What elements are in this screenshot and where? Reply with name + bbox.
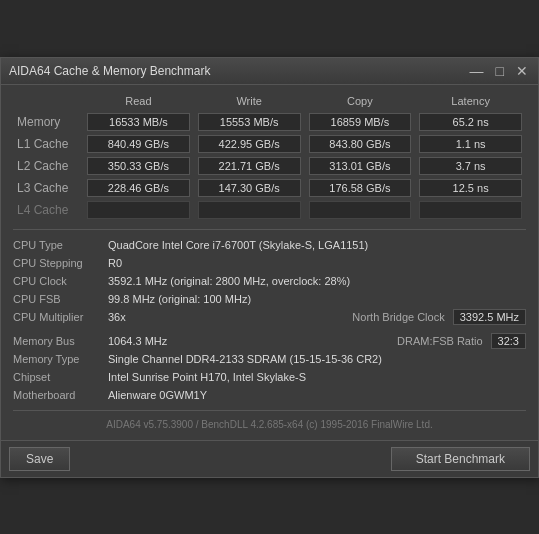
north-bridge-clock-label: North Bridge Clock — [352, 311, 444, 323]
row-label-l2: L2 Cache — [13, 155, 83, 177]
l3-read: 228.46 GB/s — [87, 179, 190, 197]
divider — [13, 229, 526, 230]
l1-latency: 1.1 ns — [419, 135, 522, 153]
l4-write — [198, 201, 301, 219]
l2-latency: 3.7 ns — [419, 157, 522, 175]
table-row: Memory 16533 MB/s 15553 MB/s 16859 MB/s … — [13, 111, 526, 133]
minimize-button[interactable]: — — [468, 64, 486, 78]
row-label-memory: Memory — [13, 111, 83, 133]
cpu-multiplier-value: 36x — [108, 311, 352, 323]
content-area: Read Write Copy Latency Memory 16533 MB/… — [1, 85, 538, 440]
l2-read: 350.33 GB/s — [87, 157, 190, 175]
table-row: L3 Cache 228.46 GB/s 147.30 GB/s 176.58 … — [13, 177, 526, 199]
close-button[interactable]: ✕ — [514, 64, 530, 78]
cpu-type-label: CPU Type — [13, 239, 108, 251]
benchmark-table: Read Write Copy Latency Memory 16533 MB/… — [13, 93, 526, 221]
l1-copy: 843.80 GB/s — [309, 135, 412, 153]
l3-write: 147.30 GB/s — [198, 179, 301, 197]
row-label-l1: L1 Cache — [13, 133, 83, 155]
cpu-clock-label: CPU Clock — [13, 275, 108, 287]
memory-type-label: Memory Type — [13, 353, 108, 365]
l4-copy — [309, 201, 412, 219]
save-button[interactable]: Save — [9, 447, 70, 471]
info-row-cpu-clock: CPU Clock 3592.1 MHz (original: 2800 MHz… — [13, 272, 526, 290]
l3-copy: 176.58 GB/s — [309, 179, 412, 197]
col-header-latency: Latency — [415, 93, 526, 111]
l3-latency: 12.5 ns — [419, 179, 522, 197]
info-row-memory-bus: Memory Bus 1064.3 MHz DRAM:FSB Ratio 32:… — [13, 332, 526, 350]
cpu-multiplier-label: CPU Multiplier — [13, 311, 108, 323]
bottom-bar: Save Start Benchmark — [1, 440, 538, 477]
main-window: AIDA64 Cache & Memory Benchmark — □ ✕ Re… — [0, 57, 539, 478]
l2-write: 221.71 GB/s — [198, 157, 301, 175]
info-row-memory-type: Memory Type Single Channel DDR4-2133 SDR… — [13, 350, 526, 368]
info-row-cpu-type: CPU Type QuadCore Intel Core i7-6700T (S… — [13, 236, 526, 254]
maximize-button[interactable]: □ — [494, 64, 506, 78]
memory-bus-value: 1064.3 MHz — [108, 335, 397, 347]
row-label-l3: L3 Cache — [13, 177, 83, 199]
info-section: CPU Type QuadCore Intel Core i7-6700T (S… — [13, 236, 526, 404]
info-row-cpu-stepping: CPU Stepping R0 — [13, 254, 526, 272]
memory-latency: 65.2 ns — [419, 113, 522, 131]
l2-copy: 313.01 GB/s — [309, 157, 412, 175]
cpu-clock-value: 3592.1 MHz (original: 2800 MHz, overcloc… — [108, 275, 526, 287]
title-bar: AIDA64 Cache & Memory Benchmark — □ ✕ — [1, 58, 538, 85]
start-benchmark-button[interactable]: Start Benchmark — [391, 447, 530, 471]
motherboard-value: Alienware 0GWM1Y — [108, 389, 526, 401]
col-header-read: Read — [83, 93, 194, 111]
north-bridge-clock-value: 3392.5 MHz — [453, 309, 526, 325]
cpu-type-value: QuadCore Intel Core i7-6700T (Skylake-S,… — [108, 239, 526, 251]
l1-read: 840.49 GB/s — [87, 135, 190, 153]
footer-text: AIDA64 v5.75.3900 / BenchDLL 4.2.685-x64… — [13, 417, 526, 434]
memory-write: 15553 MB/s — [198, 113, 301, 131]
l1-write: 422.95 GB/s — [198, 135, 301, 153]
col-header-write: Write — [194, 93, 305, 111]
chipset-value: Intel Sunrise Point H170, Intel Skylake-… — [108, 371, 526, 383]
window-title: AIDA64 Cache & Memory Benchmark — [9, 64, 210, 78]
footer-divider — [13, 410, 526, 411]
cpu-stepping-value: R0 — [108, 257, 526, 269]
cpu-fsb-value: 99.8 MHz (original: 100 MHz) — [108, 293, 526, 305]
cpu-fsb-label: CPU FSB — [13, 293, 108, 305]
l4-latency — [419, 201, 522, 219]
info-row-motherboard: Motherboard Alienware 0GWM1Y — [13, 386, 526, 404]
col-header-copy: Copy — [305, 93, 416, 111]
memory-type-value: Single Channel DDR4-2133 SDRAM (15-15-15… — [108, 353, 526, 365]
chipset-label: Chipset — [13, 371, 108, 383]
table-row: L4 Cache — [13, 199, 526, 221]
row-label-l4: L4 Cache — [13, 199, 83, 221]
info-row-cpu-multiplier: CPU Multiplier 36x North Bridge Clock 33… — [13, 308, 526, 326]
info-row-chipset: Chipset Intel Sunrise Point H170, Intel … — [13, 368, 526, 386]
title-bar-controls: — □ ✕ — [468, 64, 530, 78]
info-row-cpu-fsb: CPU FSB 99.8 MHz (original: 100 MHz) — [13, 290, 526, 308]
table-row: L2 Cache 350.33 GB/s 221.71 GB/s 313.01 … — [13, 155, 526, 177]
dram-fsb-value: 32:3 — [491, 333, 526, 349]
l4-read — [87, 201, 190, 219]
table-row: L1 Cache 840.49 GB/s 422.95 GB/s 843.80 … — [13, 133, 526, 155]
memory-read: 16533 MB/s — [87, 113, 190, 131]
memory-bus-label: Memory Bus — [13, 335, 108, 347]
cpu-stepping-label: CPU Stepping — [13, 257, 108, 269]
col-header-label — [13, 93, 83, 111]
dram-fsb-label: DRAM:FSB Ratio — [397, 335, 483, 347]
memory-copy: 16859 MB/s — [309, 113, 412, 131]
motherboard-label: Motherboard — [13, 389, 108, 401]
